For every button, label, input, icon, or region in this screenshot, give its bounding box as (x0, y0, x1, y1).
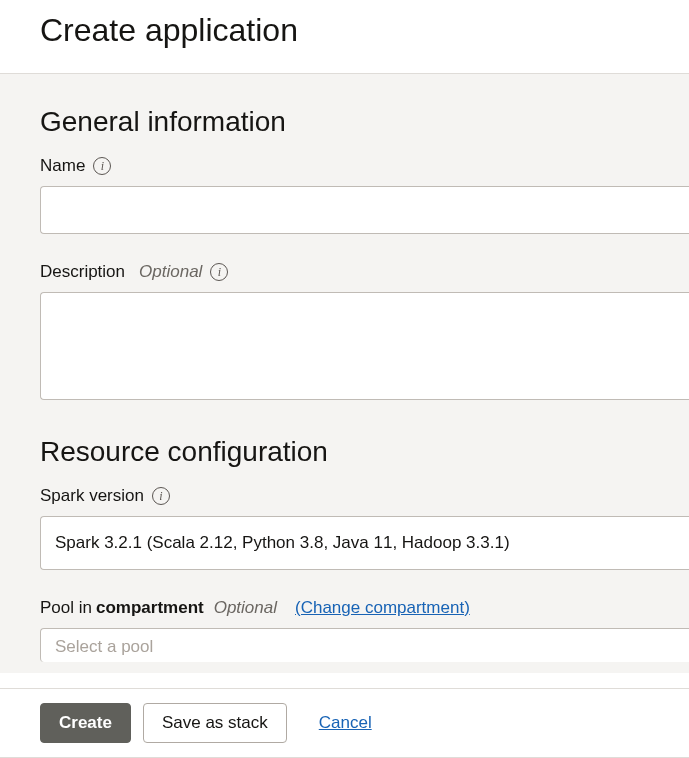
footer-bar: Create Save as stack Cancel (0, 688, 689, 758)
pool-label-prefix: Pool in (40, 598, 92, 618)
spark-version-field: Spark version i Spark 3.2.1 (Scala 2.12,… (40, 486, 689, 570)
change-compartment-link[interactable]: (Change compartment) (295, 598, 470, 618)
pool-label-row: Pool in compartment Optional (Change com… (40, 598, 689, 618)
pool-placeholder: Select a pool (55, 637, 153, 656)
name-label: Name (40, 156, 85, 176)
create-button[interactable]: Create (40, 703, 131, 743)
info-icon[interactable]: i (152, 487, 170, 505)
pool-select[interactable]: Select a pool (40, 628, 689, 662)
info-icon[interactable]: i (93, 157, 111, 175)
spark-version-select[interactable]: Spark 3.2.1 (Scala 2.12, Python 3.8, Jav… (40, 516, 689, 570)
cancel-link[interactable]: Cancel (319, 713, 372, 733)
spark-version-label: Spark version (40, 486, 144, 506)
description-label: Description (40, 262, 125, 282)
optional-tag: Optional (139, 262, 202, 282)
description-input[interactable] (40, 292, 689, 400)
info-icon[interactable]: i (210, 263, 228, 281)
page-header: Create application (0, 0, 689, 73)
form-panel: General information Name i Description O… (0, 73, 689, 673)
name-label-row: Name i (40, 156, 689, 176)
name-input[interactable] (40, 186, 689, 234)
description-label-row: Description Optional i (40, 262, 689, 282)
general-info-heading: General information (40, 106, 689, 138)
resource-config-heading: Resource configuration (40, 436, 689, 468)
spark-version-value: Spark 3.2.1 (Scala 2.12, Python 3.8, Jav… (55, 533, 510, 553)
spark-version-label-row: Spark version i (40, 486, 689, 506)
optional-tag: Optional (214, 598, 277, 618)
name-field: Name i (40, 156, 689, 234)
save-as-stack-button[interactable]: Save as stack (143, 703, 287, 743)
page-title: Create application (40, 12, 649, 49)
pool-field: Pool in compartment Optional (Change com… (40, 598, 689, 662)
compartment-name: compartment (96, 598, 204, 618)
description-field: Description Optional i (40, 262, 689, 404)
